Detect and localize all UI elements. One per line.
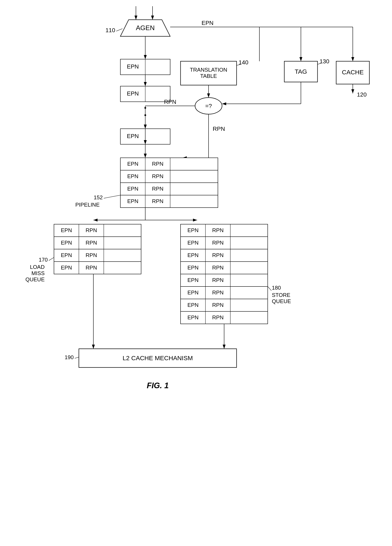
store-r1-epn: EPN: [187, 227, 198, 233]
store-ref: 180: [272, 285, 281, 291]
store-r6-rpn: RPN: [212, 289, 224, 296]
load-r2-rpn: RPN: [86, 240, 97, 246]
translation-table-label1: TRANSLATION: [190, 67, 227, 73]
agen-label: AGEN: [136, 24, 155, 32]
load-label2: MISS: [31, 270, 45, 276]
diagram-container: AGEN 110 EPN TRANSLATION TABLE 140 TAG 1…: [0, 0, 392, 546]
svg-line-49: [104, 195, 120, 198]
compare-label: =?: [205, 103, 212, 109]
svg-line-65: [49, 257, 54, 260]
store-r4-rpn: RPN: [212, 265, 224, 271]
store-r5-epn: EPN: [187, 277, 198, 283]
store-r5-rpn: RPN: [212, 277, 224, 283]
load-r4-epn: EPN: [61, 265, 72, 271]
fig-label: FIG. 1: [147, 381, 169, 390]
load-r3-epn: EPN: [61, 252, 72, 258]
pipe-r3-rpn: RPN: [152, 186, 164, 192]
load-ref: 170: [39, 257, 48, 263]
rpn-label-left: RPN: [164, 99, 176, 105]
pipe-r4-rpn: RPN: [152, 198, 164, 204]
load-r1-rpn: RPN: [86, 227, 97, 233]
load-r1-epn: EPN: [61, 227, 72, 233]
cache-label: CACHE: [342, 69, 364, 76]
epn-top-label: EPN: [201, 20, 213, 26]
load-r3-rpn: RPN: [86, 252, 97, 258]
epn-box3-label: EPN: [127, 133, 139, 139]
load-r2-epn: EPN: [61, 240, 72, 246]
store-r7-rpn: RPN: [212, 302, 224, 308]
store-r2-epn: EPN: [187, 240, 198, 246]
store-r3-rpn: RPN: [212, 252, 224, 258]
pipeline-ref: 152: [94, 194, 103, 201]
store-r1-rpn: RPN: [212, 227, 224, 233]
load-r4-rpn: RPN: [86, 265, 97, 271]
store-r6-epn: EPN: [187, 289, 198, 296]
store-label2: QUEUE: [272, 298, 291, 304]
agen-ref: 110: [105, 27, 115, 33]
store-label1: STORE: [272, 292, 290, 298]
diagram-svg: AGEN 110 EPN TRANSLATION TABLE 140 TAG 1…: [0, 0, 392, 546]
epn-box1-label: EPN: [127, 63, 139, 70]
store-r3-epn: EPN: [187, 252, 198, 258]
load-label3: QUEUE: [26, 276, 45, 283]
rpn-label-middle: RPN: [213, 126, 225, 132]
store-r8-rpn: RPN: [212, 314, 224, 320]
translation-table-label2: TABLE: [200, 73, 217, 79]
tag-ref: 130: [320, 58, 329, 65]
pipe-r3-epn: EPN: [127, 186, 138, 192]
epn-box2-label: EPN: [127, 90, 139, 97]
pipe-r1-epn: EPN: [127, 161, 138, 167]
svg-line-5: [116, 29, 122, 31]
cache-ref: 120: [357, 91, 367, 98]
pipe-r1-rpn: RPN: [152, 161, 164, 167]
pipeline-label: PIPELINE: [75, 202, 100, 208]
load-label1: LOAD: [30, 264, 45, 270]
svg-line-90: [268, 286, 271, 291]
store-r2-rpn: RPN: [212, 240, 224, 246]
store-r8-epn: EPN: [187, 314, 198, 320]
pipe-r2-epn: EPN: [127, 173, 138, 179]
pipe-r2-rpn: RPN: [152, 173, 164, 179]
store-r7-epn: EPN: [187, 302, 198, 308]
store-r4-epn: EPN: [187, 265, 198, 271]
l2-ref: 190: [65, 354, 74, 360]
tag-label: TAG: [295, 68, 307, 75]
l2-cache-label: L2 CACHE MECHANISM: [123, 355, 193, 361]
pipe-r4-epn: EPN: [127, 198, 138, 204]
svg-line-94: [75, 357, 79, 358]
